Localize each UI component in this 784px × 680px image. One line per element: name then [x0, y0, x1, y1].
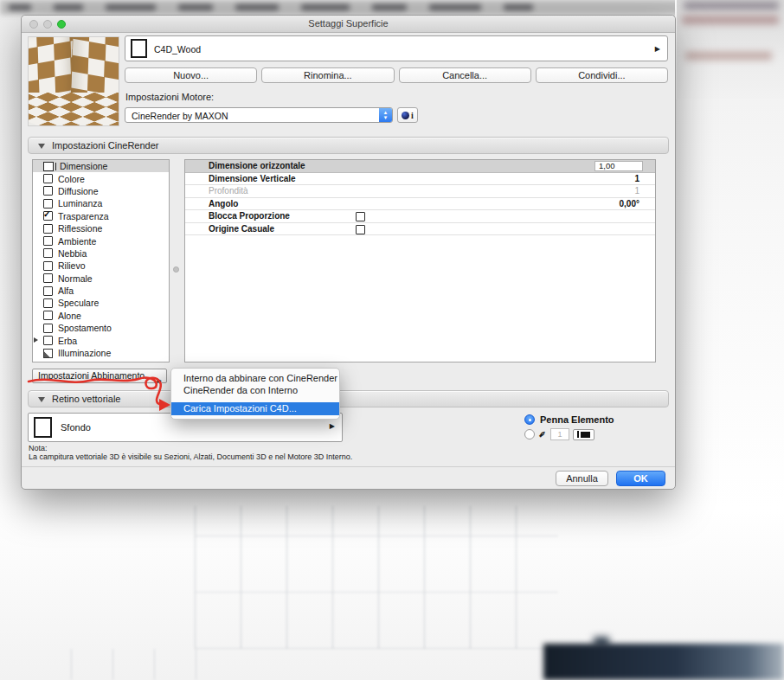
- channel-checkbox[interactable]: [43, 273, 53, 283]
- channel-row-ambiente[interactable]: Ambiente: [33, 234, 169, 247]
- pen-cursor-icon: [577, 431, 579, 438]
- section-cinerender[interactable]: Impostazioni CineRender: [28, 137, 669, 154]
- pen-number-field[interactable]: [550, 428, 569, 440]
- section-retino-title: Retino vettoriale: [52, 394, 121, 404]
- menu-item-interno-da-abbinare-con-cinerender[interactable]: Interno da abbinare con CineRender: [171, 372, 339, 384]
- disclosure-down-icon[interactable]: [38, 397, 45, 402]
- footer-separator: [22, 466, 675, 467]
- material-preview: [28, 36, 119, 126]
- titlebar[interactable]: Settaggi Superficie: [22, 16, 675, 33]
- impostazioni-abbinamento-button[interactable]: Impostazioni Abbinamento... ▶: [32, 369, 167, 383]
- channel-label: Normale: [58, 273, 93, 284]
- engine-value: CineRender by MAXON: [132, 111, 228, 121]
- menu-item-cinerender-da-con-interno[interactable]: CineRender da con Interno: [171, 384, 339, 396]
- settings-row-angolo[interactable]: Angolo0,00°: [185, 198, 655, 211]
- share-button[interactable]: Condividi...: [536, 67, 668, 83]
- ok-button[interactable]: OK: [616, 471, 665, 486]
- settings-value[interactable]: 1: [634, 174, 639, 183]
- material-swatch: [131, 39, 147, 58]
- background-toolbar: [675, 0, 784, 99]
- channel-label: Speculare: [58, 298, 99, 308]
- penna-custom-radio[interactable]: [524, 429, 535, 439]
- disclosure-down-icon[interactable]: [38, 144, 45, 149]
- channel-checkbox[interactable]: [43, 224, 53, 234]
- settings-row-profondit-[interactable]: Profondità1: [185, 185, 655, 198]
- settings-row-dimensione-orizzontale[interactable]: Dimensione orizzontale: [185, 160, 655, 173]
- channel-checkbox[interactable]: [43, 248, 53, 258]
- settings-value[interactable]: 0,00°: [620, 199, 639, 208]
- channel-row-dimensione[interactable]: Dimensione: [33, 160, 169, 172]
- channel-list[interactable]: DimensioneColoreDiffusioneLuminanzaTrasp…: [32, 159, 170, 362]
- settings-label: Origine Casuale: [209, 224, 274, 234]
- channel-checkbox[interactable]: [43, 261, 53, 271]
- channel-checkbox[interactable]: [43, 298, 53, 308]
- cinerender-info-button[interactable]: i: [397, 107, 418, 123]
- channel-checkbox[interactable]: [43, 174, 53, 183]
- channel-checkbox[interactable]: [43, 311, 53, 320]
- sfondo-label: Sfondo: [61, 422, 91, 433]
- background-grid-small: [71, 649, 201, 680]
- channel-checkbox[interactable]: [43, 186, 53, 196]
- info-icon: i: [411, 111, 414, 120]
- nota-title: Nota:: [29, 444, 48, 452]
- channel-label: Alone: [58, 311, 81, 321]
- channel-label: Dimensione: [60, 161, 107, 171]
- channel-row-spostamento[interactable]: Spostamento: [33, 322, 169, 334]
- settings-table[interactable]: Dimensione orizzontaleDimensione Vertica…: [184, 159, 656, 362]
- settings-row-dimensione-verticale[interactable]: Dimensione Verticale1: [185, 173, 655, 186]
- channel-label: Alfa: [58, 285, 74, 296]
- channel-checkbox[interactable]: [43, 236, 53, 246]
- settings-value-input[interactable]: [594, 161, 643, 171]
- channel-row-luminanza[interactable]: Luminanza: [33, 197, 169, 209]
- channel-row-diffusione[interactable]: Diffusione: [33, 185, 169, 197]
- background-dark-bar: [543, 644, 784, 680]
- stepper-icon[interactable]: ▲▼: [379, 108, 392, 122]
- context-menu[interactable]: Interno da abbinare con CineRenderCineRe…: [170, 368, 340, 420]
- channel-row-riflessione[interactable]: Riflessione: [33, 222, 169, 234]
- channel-row-nebbia[interactable]: Nebbia: [33, 247, 169, 260]
- settings-checkbox[interactable]: [356, 225, 365, 234]
- engine-select[interactable]: CineRender by MAXON ▲▼: [125, 107, 393, 123]
- section-cinerender-title: Impostazioni CineRender: [52, 140, 159, 151]
- settings-value[interactable]: 1: [634, 186, 639, 196]
- settings-row-blocca-proporzione[interactable]: Blocca Proporzione: [185, 210, 655, 223]
- channel-checkbox[interactable]: [43, 324, 53, 333]
- channel-row-colore[interactable]: Colore: [33, 172, 169, 184]
- section-retino[interactable]: Retino vettoriale: [28, 390, 669, 407]
- channel-row-speculare[interactable]: Speculare: [33, 297, 169, 309]
- splitter-handle[interactable]: [173, 266, 179, 273]
- channel-row-alfa[interactable]: Alfa: [33, 285, 169, 297]
- pen-color-button[interactable]: [573, 429, 594, 440]
- dimension-icon[interactable]: [43, 162, 54, 171]
- new-button[interactable]: Nuovo...: [125, 67, 257, 83]
- corner-icon[interactable]: [43, 349, 53, 358]
- channel-label: Colore: [58, 174, 85, 184]
- window-title: Settaggi Superficie: [22, 18, 675, 29]
- channel-checkbox[interactable]: [43, 286, 53, 296]
- channel-row-alone[interactable]: Alone: [33, 310, 169, 322]
- channel-row-rilievo[interactable]: Rilievo: [33, 260, 169, 272]
- channel-row-illuminazione[interactable]: Illuminazione: [33, 347, 169, 359]
- cancel-button[interactable]: Annulla: [556, 471, 608, 486]
- settings-label: Dimensione orizzontale: [209, 161, 305, 170]
- settings-row-origine-casuale[interactable]: Origine Casuale: [185, 223, 655, 236]
- channel-row-erba[interactable]: Erba: [33, 334, 169, 346]
- channel-row-trasparenza[interactable]: Trasparenza: [33, 210, 169, 222]
- delete-button[interactable]: Cancella...: [399, 67, 531, 83]
- channel-label: Rilievo: [58, 260, 86, 271]
- material-selector[interactable]: C4D_Wood ▶: [125, 35, 668, 61]
- disclosure-right-icon[interactable]: [34, 337, 38, 343]
- rename-button[interactable]: Rinomina...: [261, 67, 394, 83]
- settaggi-superficie-dialog: Settaggi Superficie C4D_Wood ▶ Nuovo... …: [21, 15, 676, 490]
- channel-row-normale[interactable]: Normale: [33, 273, 169, 285]
- settings-checkbox[interactable]: [356, 212, 365, 221]
- channel-label: Luminanza: [58, 198, 102, 208]
- penna-elemento-option: Penna Elemento: [524, 414, 614, 426]
- channel-checkbox[interactable]: [43, 336, 53, 345]
- penna-elemento-radio[interactable]: [524, 414, 535, 425]
- channel-checkbox[interactable]: [43, 211, 53, 221]
- sfondo-swatch: [34, 417, 52, 438]
- menu-item-carica-impostazioni-c4d-[interactable]: Carica Impostazioni C4D...: [171, 402, 339, 415]
- channel-checkbox[interactable]: [43, 199, 53, 208]
- chevron-right-icon: ▶: [655, 45, 660, 53]
